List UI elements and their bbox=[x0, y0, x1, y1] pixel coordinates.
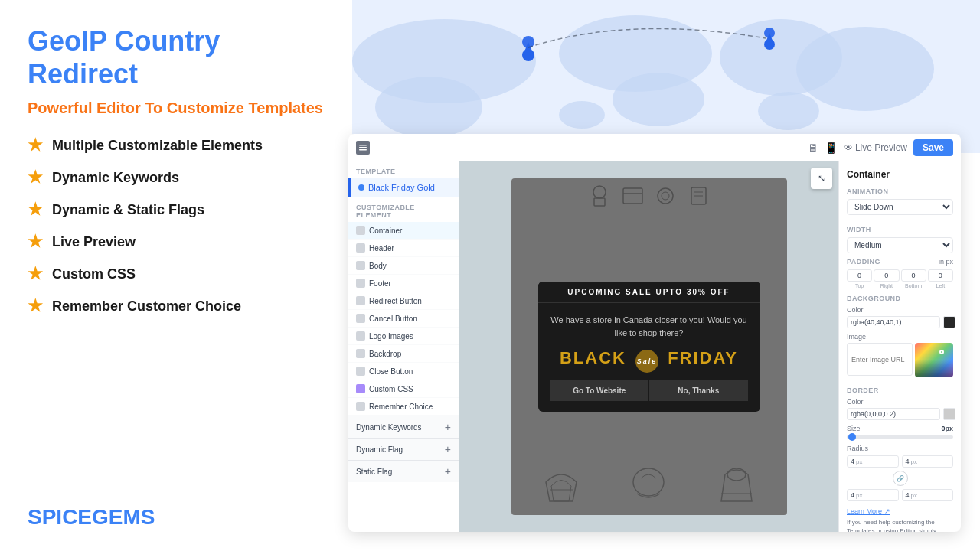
padding-right-input[interactable] bbox=[874, 269, 899, 282]
element-icon bbox=[356, 331, 365, 341]
popup-logo: BLACK Sale FRIDAY bbox=[550, 348, 748, 373]
popup-message: We have a store in Canada closer to you!… bbox=[550, 314, 748, 339]
element-header[interactable]: Header bbox=[348, 240, 459, 257]
padding-left-label: Left bbox=[928, 283, 953, 289]
resize-button[interactable]: ⤡ bbox=[811, 168, 832, 189]
editor-topbar: 🖥 📱 👁 Live Preview Save bbox=[348, 134, 961, 161]
monitor-icon[interactable]: 🖥 bbox=[808, 142, 818, 154]
element-backdrop[interactable]: Backdrop bbox=[348, 345, 459, 363]
svg-rect-16 bbox=[359, 147, 367, 148]
radius-tr-unit: px bbox=[911, 458, 917, 465]
border-swatch[interactable] bbox=[943, 408, 956, 420]
svg-rect-17 bbox=[359, 149, 367, 151]
help-text-content: If you need help customizing the Templat… bbox=[847, 519, 936, 532]
radius-bottom-left[interactable]: 4 px bbox=[847, 489, 899, 501]
menu-icon[interactable] bbox=[356, 141, 370, 155]
properties-panel: Container Animation Slide Down Width Med… bbox=[838, 161, 961, 532]
popup-box: UPCOMING SALE UPTO 30% OFF We have a sto… bbox=[538, 282, 760, 412]
feature-label-4: Live Preview bbox=[52, 234, 136, 250]
element-icon bbox=[356, 349, 365, 358]
svg-point-4 bbox=[612, 73, 704, 126]
feature-label-1: Multiple Customizable Elements bbox=[52, 138, 263, 154]
padding-top-input[interactable] bbox=[847, 269, 872, 282]
popup-banner: UPCOMING SALE UPTO 30% OFF bbox=[538, 282, 760, 303]
radius-top-left[interactable]: 4 px bbox=[847, 455, 899, 468]
popup-content: We have a store in Canada closer to you!… bbox=[538, 303, 760, 412]
topbar-left bbox=[356, 141, 370, 155]
element-custom-css[interactable]: Custom CSS bbox=[348, 380, 459, 398]
feature-label-3: Dynamic & Static Flags bbox=[52, 202, 204, 218]
popup-overlay: UPCOMING SALE UPTO 30% OFF We have a sto… bbox=[511, 178, 787, 515]
element-container[interactable]: Container bbox=[348, 222, 459, 240]
store-background: UPCOMING SALE UPTO 30% OFF We have a sto… bbox=[511, 178, 787, 515]
size-slider[interactable] bbox=[847, 435, 953, 439]
padding-bottom-label: Bottom bbox=[901, 283, 926, 289]
animation-select[interactable]: Slide Down bbox=[847, 199, 953, 215]
star-icon-2: ★ bbox=[28, 168, 43, 187]
feature-list: ★ Multiple Customizable Elements ★ Dynam… bbox=[28, 135, 325, 316]
template-name: Black Friday Gold bbox=[368, 183, 435, 192]
border-color-input[interactable] bbox=[847, 408, 940, 420]
template-sidebar: TEMPLATE Black Friday Gold CUSTOMIZABLE … bbox=[348, 161, 459, 532]
element-label: Footer bbox=[369, 279, 391, 288]
live-preview-button[interactable]: 👁 Live Preview bbox=[844, 142, 907, 153]
svg-point-2 bbox=[375, 77, 482, 138]
radius-tl-value: 4 bbox=[851, 458, 854, 465]
feature-item-2: ★ Dynamic Keywords bbox=[28, 168, 325, 187]
expand-dynamic-keywords[interactable]: Dynamic Keywords + bbox=[348, 416, 459, 438]
no-thanks-button[interactable]: No, Thanks bbox=[649, 380, 748, 401]
link-icon[interactable]: 🔗 bbox=[893, 471, 908, 486]
padding-label: Padding bbox=[847, 258, 880, 266]
element-icon bbox=[356, 261, 365, 270]
color-swatch[interactable] bbox=[943, 316, 956, 328]
feature-label-2: Dynamic Keywords bbox=[52, 170, 179, 186]
radius-br-value: 4 bbox=[906, 491, 910, 499]
padding-unit: in px bbox=[939, 258, 953, 266]
help-text: If you need help customizing the Templat… bbox=[847, 518, 953, 532]
color-input[interactable] bbox=[847, 316, 940, 328]
expand-label: Static Flag bbox=[356, 468, 392, 476]
padding-bottom-input[interactable] bbox=[901, 269, 926, 282]
radius-bottom-right[interactable]: 4 px bbox=[902, 489, 954, 501]
expand-dynamic-flag[interactable]: Dynamic Flag + bbox=[348, 438, 459, 460]
element-cancel-button[interactable]: Cancel Button bbox=[348, 310, 459, 328]
element-footer[interactable]: Footer bbox=[348, 275, 459, 292]
border-color-label: Color bbox=[847, 398, 953, 406]
left-panel: GeoIP Country Redirect Powerful Editor T… bbox=[0, 0, 352, 551]
feature-item-4: ★ Live Preview bbox=[28, 232, 325, 252]
radius-br-unit: px bbox=[911, 492, 917, 499]
save-button[interactable]: Save bbox=[913, 139, 953, 156]
live-preview-label: Live Preview bbox=[855, 142, 907, 153]
element-icon bbox=[356, 402, 365, 411]
feature-item-6: ★ Remember Customer Choice bbox=[28, 296, 325, 316]
expand-static-flag[interactable]: Static Flag + bbox=[348, 460, 459, 482]
element-close-button[interactable]: Close Button bbox=[348, 363, 459, 380]
topbar-right: 🖥 📱 👁 Live Preview Save bbox=[808, 139, 953, 156]
padding-right-label: Right bbox=[874, 283, 899, 289]
element-logo-images[interactable]: Logo Images bbox=[348, 328, 459, 345]
radius-inputs-top: 4 px 4 px bbox=[847, 455, 953, 468]
padding-left-input[interactable] bbox=[928, 269, 953, 282]
goto-website-button[interactable]: Go To Website bbox=[550, 380, 649, 401]
mobile-icon[interactable]: 📱 bbox=[825, 142, 838, 154]
radius-bl-unit: px bbox=[856, 492, 862, 499]
star-icon-3: ★ bbox=[28, 200, 43, 220]
expand-icon: + bbox=[445, 443, 451, 455]
radius-top-right[interactable]: 4 px bbox=[902, 455, 954, 468]
element-body[interactable]: Body bbox=[348, 257, 459, 275]
color-picker[interactable] bbox=[915, 343, 953, 377]
editor-body: TEMPLATE Black Friday Gold CUSTOMIZABLE … bbox=[348, 161, 961, 532]
template-item-black-friday[interactable]: Black Friday Gold bbox=[348, 178, 459, 197]
padding-header: Padding in px bbox=[847, 258, 953, 266]
slider-thumb bbox=[848, 433, 856, 441]
title-part1: GeoIP bbox=[28, 25, 106, 57]
image-url-input[interactable] bbox=[847, 343, 913, 376]
element-remember-choice[interactable]: Remember Choice bbox=[348, 398, 459, 416]
element-label: Cancel Button bbox=[369, 315, 417, 323]
width-select[interactable]: Medium bbox=[847, 237, 953, 253]
svg-point-8 bbox=[559, 101, 605, 129]
element-label: Header bbox=[369, 244, 394, 253]
element-redirect-button[interactable]: Redirect Button bbox=[348, 292, 459, 310]
expand-icon: + bbox=[445, 421, 451, 433]
learn-more-link[interactable]: Learn More ↗ bbox=[847, 507, 953, 515]
